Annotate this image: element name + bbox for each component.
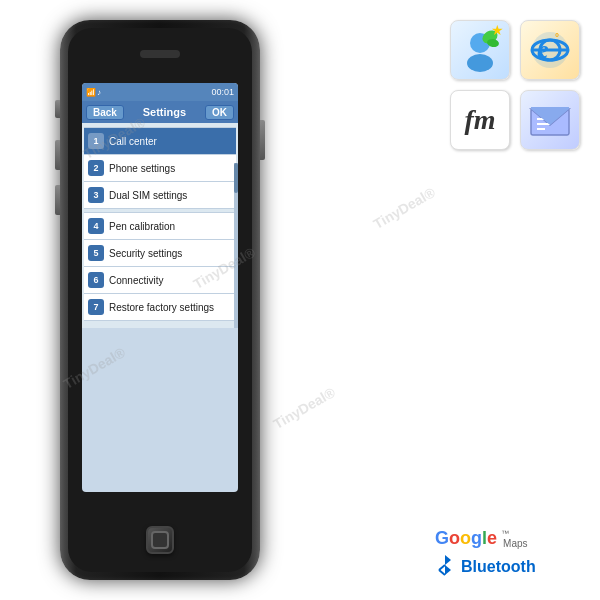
bluetooth-logo: Bluetooth bbox=[435, 554, 536, 580]
icon-row-2: fm bbox=[450, 90, 580, 150]
menu-item-2[interactable]: 2 Phone settings bbox=[84, 155, 236, 182]
scrollbar-thumb bbox=[234, 163, 238, 193]
menu-label-6: Connectivity bbox=[109, 275, 163, 286]
bluetooth-icon bbox=[435, 554, 455, 580]
maps-tm: ™ bbox=[501, 529, 527, 538]
earpiece bbox=[140, 50, 180, 58]
menu-num-5: 5 bbox=[88, 245, 104, 261]
svg-text:e: e bbox=[537, 35, 549, 64]
time-display: 00:01 bbox=[211, 87, 234, 97]
bluetooth-text: Bluetooth bbox=[461, 558, 536, 576]
menu-num-7: 7 bbox=[88, 299, 104, 315]
menu-item-7[interactable]: 7 Restore factory settings bbox=[84, 294, 236, 321]
phone-inner: 📶 ♪ 00:01 Back Settings OK 1 Call center bbox=[68, 28, 252, 572]
svg-marker-21 bbox=[445, 565, 451, 575]
menu-label-7: Restore factory settings bbox=[109, 302, 214, 313]
menu-num-1: 1 bbox=[88, 133, 104, 149]
fm-radio-icon[interactable]: fm bbox=[450, 90, 510, 150]
music-icon: ♪ bbox=[97, 88, 101, 97]
menu-body: 1 Call center 2 Phone settings 3 Dual SI… bbox=[82, 123, 238, 328]
menu-label-4: Pen calibration bbox=[109, 221, 175, 232]
fm-text: fm bbox=[464, 104, 495, 136]
bottom-logos: Google ™ Maps Bluetooth bbox=[435, 528, 585, 580]
power-button[interactable] bbox=[55, 100, 60, 118]
menu-label-2: Phone settings bbox=[109, 163, 175, 174]
nav-title: Settings bbox=[143, 106, 186, 118]
scrollbar[interactable] bbox=[234, 163, 238, 328]
watermark-4: TinyDeal® bbox=[271, 384, 338, 432]
ok-button[interactable]: OK bbox=[205, 105, 234, 120]
maps-label: ™ Maps bbox=[501, 529, 527, 549]
msn-icon[interactable]: ★ bbox=[450, 20, 510, 80]
svg-line-20 bbox=[439, 565, 445, 570]
menu-group-2: 4 Pen calibration 5 Security settings 6 … bbox=[84, 212, 236, 321]
volume-down-button[interactable] bbox=[55, 185, 60, 215]
signal-bars: 📶 bbox=[86, 88, 96, 97]
svg-marker-18 bbox=[445, 555, 451, 565]
status-bar: 📶 ♪ 00:01 bbox=[82, 83, 238, 101]
menu-num-3: 3 bbox=[88, 187, 104, 203]
menu-num-4: 4 bbox=[88, 218, 104, 234]
menu-item-1[interactable]: 1 Call center bbox=[84, 127, 236, 155]
menu-item-4[interactable]: 4 Pen calibration bbox=[84, 212, 236, 240]
svg-line-22 bbox=[439, 570, 445, 575]
svg-point-1 bbox=[467, 54, 493, 72]
nav-bar: Back Settings OK bbox=[82, 101, 238, 123]
menu-num-2: 2 bbox=[88, 160, 104, 176]
svg-text:°: ° bbox=[555, 32, 559, 43]
home-button[interactable] bbox=[146, 526, 174, 554]
icon-row-1: ★ e ° bbox=[450, 20, 580, 80]
back-button[interactable]: Back bbox=[86, 105, 124, 120]
email-icon[interactable] bbox=[520, 90, 580, 150]
menu-label-5: Security settings bbox=[109, 248, 182, 259]
menu-num-6: 6 bbox=[88, 272, 104, 288]
watermark-5: TinyDeal® bbox=[371, 184, 438, 232]
icons-panel: ★ e ° fm bbox=[450, 20, 580, 160]
menu-item-5[interactable]: 5 Security settings bbox=[84, 240, 236, 267]
ie-icon[interactable]: e ° bbox=[520, 20, 580, 80]
phone: 📶 ♪ 00:01 Back Settings OK 1 Call center bbox=[60, 20, 260, 580]
menu-group-1: 1 Call center 2 Phone settings 3 Dual SI… bbox=[84, 127, 236, 209]
volume-up-button[interactable] bbox=[55, 140, 60, 170]
menu-item-6[interactable]: 6 Connectivity bbox=[84, 267, 236, 294]
phone-screen[interactable]: 📶 ♪ 00:01 Back Settings OK 1 Call center bbox=[82, 83, 238, 492]
google-text: Google bbox=[435, 528, 497, 549]
maps-sub: Maps bbox=[503, 538, 527, 549]
menu-item-3[interactable]: 3 Dual SIM settings bbox=[84, 182, 236, 209]
svg-text:★: ★ bbox=[491, 25, 504, 38]
side-right-button[interactable] bbox=[260, 120, 265, 160]
menu-label-1: Call center bbox=[109, 136, 157, 147]
menu-label-3: Dual SIM settings bbox=[109, 190, 187, 201]
google-maps-logo: Google ™ Maps bbox=[435, 528, 528, 549]
home-button-inner bbox=[151, 531, 169, 549]
signal-icons: 📶 ♪ bbox=[86, 88, 101, 97]
